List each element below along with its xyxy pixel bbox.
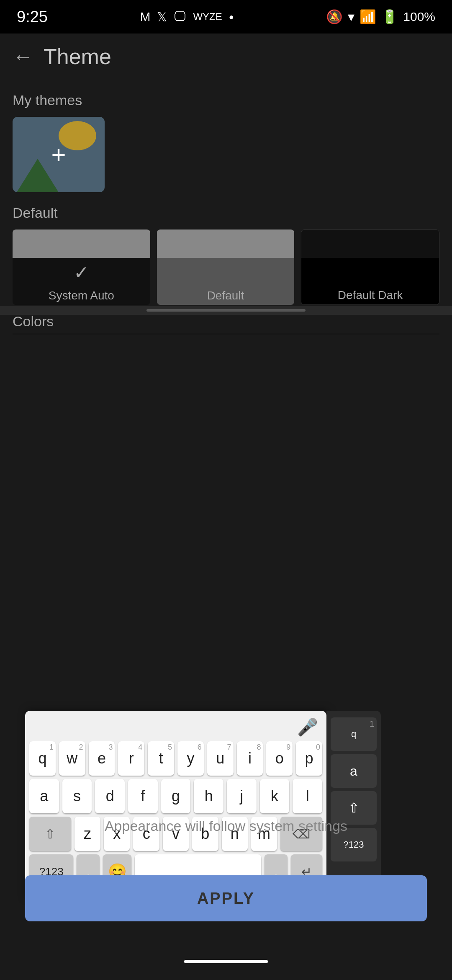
keyboard-row-2: a s d f g h j k l: [29, 779, 322, 813]
monitor-icon: 🖵: [174, 10, 186, 24]
default-theme[interactable]: Default: [157, 230, 295, 305]
key-o[interactable]: 9o: [266, 741, 293, 776]
my-themes-grid: +: [13, 117, 439, 192]
status-time: 9:25: [17, 8, 48, 26]
key-l[interactable]: l: [293, 779, 322, 813]
key-k[interactable]: k: [260, 779, 290, 813]
battery-icon: 🔋: [381, 9, 398, 25]
wyze-icon: WYZE: [193, 11, 222, 23]
wifi-icon: ▾: [348, 9, 354, 25]
system-auto-top: [13, 230, 150, 258]
status-bar: 9:25 M 𝕏 🖵 WYZE ● 🔕 ▾ 📶 🔋 100%: [0, 0, 452, 34]
status-icons-right: 🔕 ▾ 📶 🔋 100%: [326, 9, 435, 25]
status-icons-left: M 𝕏 🖵 WYZE ●: [140, 10, 234, 24]
default-section-label: Default: [13, 205, 439, 221]
bell-off-icon: 🔕: [326, 9, 343, 25]
key-y[interactable]: 6y: [177, 741, 204, 776]
key-t[interactable]: 5t: [148, 741, 174, 776]
default-dark-theme[interactable]: Default Dark: [301, 230, 439, 305]
default-top: [157, 230, 295, 258]
app-bar: ← Theme: [0, 34, 452, 80]
apply-button[interactable]: APPLY: [25, 875, 427, 921]
key-j[interactable]: j: [227, 779, 257, 813]
add-theme-card[interactable]: +: [13, 117, 105, 192]
edge-a-key[interactable]: a: [331, 754, 377, 788]
keyboard-edge: 1 q a ⇧ ?123: [326, 711, 381, 896]
key-d[interactable]: d: [95, 779, 125, 813]
system-auto-theme[interactable]: ✓ System Auto: [13, 230, 150, 305]
dot-icon: ●: [229, 12, 234, 22]
content-area: My themes + Default ✓ System Auto: [0, 80, 452, 334]
keyboard-row-1: 1q 2w 3e 4r 5t 6y 7u 8i 9o 0p: [29, 741, 322, 776]
appearance-notice: Appearance will follow system settings: [0, 818, 452, 834]
key-i[interactable]: 8i: [237, 741, 263, 776]
key-h[interactable]: h: [194, 779, 223, 813]
key-u[interactable]: 7u: [207, 741, 234, 776]
add-theme-plus-icon: +: [51, 140, 66, 169]
default-themes-grid: ✓ System Auto Default Default Dark: [13, 230, 439, 305]
my-themes-label: My themes: [13, 92, 439, 108]
default-label: Default: [207, 289, 244, 302]
keyboard[interactable]: 🎤 1q 2w 3e 4r 5t 6y 7u 8i 9o 0p a s d f …: [25, 711, 326, 896]
back-button[interactable]: ←: [13, 44, 33, 69]
key-q[interactable]: 1q: [29, 741, 56, 776]
key-g[interactable]: g: [161, 779, 191, 813]
checkmark-icon: ✓: [74, 262, 89, 283]
add-theme-background: +: [13, 117, 105, 192]
signal-icon: 📶: [360, 9, 376, 25]
page-title: Theme: [44, 44, 111, 69]
default-dark-label: Default Dark: [338, 289, 403, 302]
edge-q-key[interactable]: 1 q: [331, 717, 377, 751]
battery-percent: 100%: [403, 10, 435, 24]
scroll-bar-container: [0, 306, 452, 315]
key-a[interactable]: a: [29, 779, 59, 813]
scroll-indicator: [146, 309, 306, 312]
scroll-area: [0, 306, 452, 315]
key-p[interactable]: 0p: [296, 741, 322, 776]
key-f[interactable]: f: [128, 779, 158, 813]
system-auto-bottom: ✓: [13, 258, 150, 286]
back-arrow-icon: ←: [13, 44, 33, 69]
colors-section-label: Colors: [13, 313, 439, 334]
twitter-icon: 𝕏: [157, 10, 167, 24]
apply-button-label: APPLY: [197, 890, 255, 908]
key-s[interactable]: s: [62, 779, 92, 813]
system-auto-label: System Auto: [49, 289, 114, 302]
key-w[interactable]: 2w: [59, 741, 85, 776]
gmail-icon: M: [140, 10, 150, 24]
keyboard-overlay: 🎤 1q 2w 3e 4r 5t 6y 7u 8i 9o 0p a s d f …: [0, 711, 452, 896]
key-r[interactable]: 4r: [118, 741, 144, 776]
mic-icon[interactable]: 🎤: [297, 717, 318, 737]
home-bar: [184, 960, 268, 963]
key-e[interactable]: 3e: [89, 741, 115, 776]
keyboard-mic-row: 🎤: [29, 717, 322, 737]
default-bottom: [157, 258, 295, 286]
